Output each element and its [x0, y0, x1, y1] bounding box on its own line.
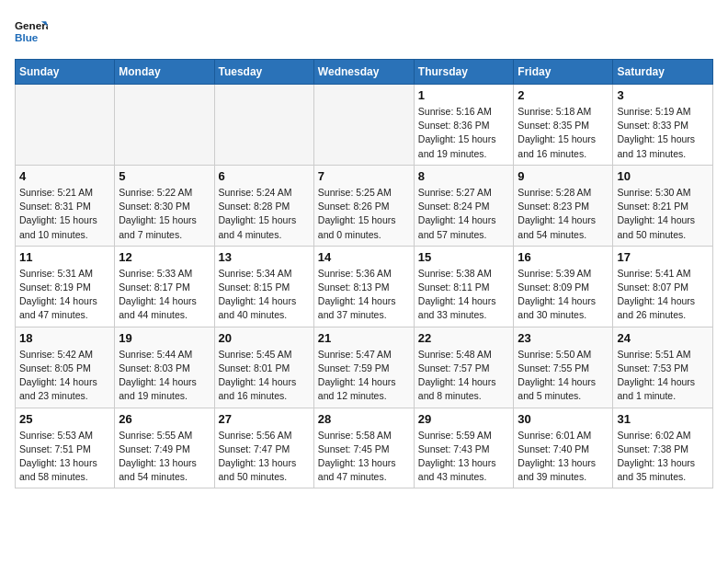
day-info: Sunrise: 5:19 AMSunset: 8:33 PMDaylight:…	[617, 105, 709, 161]
weekday-friday: Friday	[514, 60, 613, 85]
calendar-cell: 6Sunrise: 5:24 AMSunset: 8:28 PMDaylight…	[214, 165, 313, 246]
calendar-cell: 18Sunrise: 5:42 AMSunset: 8:05 PMDayligh…	[16, 327, 115, 408]
day-info: Sunrise: 5:47 AMSunset: 7:59 PMDaylight:…	[318, 348, 410, 404]
weekday-header-row: SundayMondayTuesdayWednesdayThursdayFrid…	[16, 60, 713, 85]
calendar-cell	[16, 85, 115, 166]
day-info: Sunrise: 5:58 AMSunset: 7:45 PMDaylight:…	[318, 429, 410, 485]
day-number: 24	[617, 331, 709, 345]
weekday-wednesday: Wednesday	[313, 60, 414, 85]
calendar-cell: 1Sunrise: 5:16 AMSunset: 8:36 PMDaylight…	[414, 85, 514, 166]
day-info: Sunrise: 5:16 AMSunset: 8:36 PMDaylight:…	[418, 105, 510, 161]
day-info: Sunrise: 5:44 AMSunset: 8:03 PMDaylight:…	[119, 348, 210, 404]
week-row-2: 4Sunrise: 5:21 AMSunset: 8:31 PMDaylight…	[16, 165, 713, 246]
day-number: 17	[617, 250, 709, 264]
day-info: Sunrise: 5:18 AMSunset: 8:35 PMDaylight:…	[518, 105, 609, 161]
calendar-cell: 9Sunrise: 5:28 AMSunset: 8:23 PMDaylight…	[514, 165, 613, 246]
day-info: Sunrise: 5:56 AMSunset: 7:47 PMDaylight:…	[219, 429, 310, 485]
day-info: Sunrise: 5:59 AMSunset: 7:43 PMDaylight:…	[418, 429, 510, 485]
day-number: 16	[518, 250, 609, 264]
day-info: Sunrise: 5:48 AMSunset: 7:57 PMDaylight:…	[418, 348, 510, 404]
calendar-cell: 26Sunrise: 5:55 AMSunset: 7:49 PMDayligh…	[115, 408, 214, 488]
calendar-cell: 24Sunrise: 5:51 AMSunset: 7:53 PMDayligh…	[613, 327, 713, 408]
calendar-cell: 23Sunrise: 5:50 AMSunset: 7:55 PMDayligh…	[514, 327, 613, 408]
day-number: 31	[617, 412, 709, 426]
week-row-3: 11Sunrise: 5:31 AMSunset: 8:19 PMDayligh…	[16, 246, 713, 327]
day-number: 3	[617, 88, 709, 102]
calendar-table: SundayMondayTuesdayWednesdayThursdayFrid…	[15, 59, 713, 488]
day-number: 9	[518, 169, 609, 183]
day-number: 6	[219, 169, 310, 183]
day-info: Sunrise: 5:39 AMSunset: 8:09 PMDaylight:…	[518, 267, 609, 323]
calendar-cell: 20Sunrise: 5:45 AMSunset: 8:01 PMDayligh…	[214, 327, 313, 408]
calendar-cell: 21Sunrise: 5:47 AMSunset: 7:59 PMDayligh…	[313, 327, 414, 408]
calendar-cell: 17Sunrise: 5:41 AMSunset: 8:07 PMDayligh…	[613, 246, 713, 327]
calendar-cell: 3Sunrise: 5:19 AMSunset: 8:33 PMDaylight…	[613, 85, 713, 166]
calendar-cell: 15Sunrise: 5:38 AMSunset: 8:11 PMDayligh…	[414, 246, 514, 327]
day-number: 20	[219, 331, 310, 345]
calendar-cell: 16Sunrise: 5:39 AMSunset: 8:09 PMDayligh…	[514, 246, 613, 327]
day-number: 21	[318, 331, 410, 345]
calendar-cell	[313, 85, 414, 166]
day-info: Sunrise: 5:34 AMSunset: 8:15 PMDaylight:…	[219, 267, 310, 323]
calendar-cell	[115, 85, 214, 166]
svg-text:Blue: Blue	[15, 31, 39, 43]
day-info: Sunrise: 5:28 AMSunset: 8:23 PMDaylight:…	[518, 186, 609, 242]
day-info: Sunrise: 5:33 AMSunset: 8:17 PMDaylight:…	[119, 267, 210, 323]
day-info: Sunrise: 5:22 AMSunset: 8:30 PMDaylight:…	[119, 186, 210, 242]
calendar-cell: 13Sunrise: 5:34 AMSunset: 8:15 PMDayligh…	[214, 246, 313, 327]
day-info: Sunrise: 5:31 AMSunset: 8:19 PMDaylight:…	[19, 267, 110, 323]
day-number: 4	[19, 169, 110, 183]
day-number: 14	[318, 250, 410, 264]
week-row-5: 25Sunrise: 5:53 AMSunset: 7:51 PMDayligh…	[16, 408, 713, 488]
calendar-cell: 14Sunrise: 5:36 AMSunset: 8:13 PMDayligh…	[313, 246, 414, 327]
day-number: 11	[19, 250, 110, 264]
calendar-cell: 8Sunrise: 5:27 AMSunset: 8:24 PMDaylight…	[414, 165, 514, 246]
weekday-thursday: Thursday	[414, 60, 514, 85]
day-number: 1	[418, 88, 510, 102]
day-number: 15	[418, 250, 510, 264]
day-info: Sunrise: 5:38 AMSunset: 8:11 PMDaylight:…	[418, 267, 510, 323]
calendar-cell: 10Sunrise: 5:30 AMSunset: 8:21 PMDayligh…	[613, 165, 713, 246]
day-info: Sunrise: 5:41 AMSunset: 8:07 PMDaylight:…	[617, 267, 709, 323]
calendar-cell: 31Sunrise: 6:02 AMSunset: 7:38 PMDayligh…	[613, 408, 713, 488]
day-info: Sunrise: 5:50 AMSunset: 7:55 PMDaylight:…	[518, 348, 609, 404]
day-info: Sunrise: 5:45 AMSunset: 8:01 PMDaylight:…	[219, 348, 310, 404]
day-info: Sunrise: 6:02 AMSunset: 7:38 PMDaylight:…	[617, 429, 709, 485]
day-info: Sunrise: 5:27 AMSunset: 8:24 PMDaylight:…	[418, 186, 510, 242]
day-info: Sunrise: 5:36 AMSunset: 8:13 PMDaylight:…	[318, 267, 410, 323]
day-number: 26	[119, 412, 210, 426]
calendar-cell: 4Sunrise: 5:21 AMSunset: 8:31 PMDaylight…	[16, 165, 115, 246]
calendar-cell: 2Sunrise: 5:18 AMSunset: 8:35 PMDaylight…	[514, 85, 613, 166]
week-row-1: 1Sunrise: 5:16 AMSunset: 8:36 PMDaylight…	[16, 85, 713, 166]
weekday-sunday: Sunday	[16, 60, 115, 85]
day-number: 23	[518, 331, 609, 345]
day-number: 25	[19, 412, 110, 426]
day-info: Sunrise: 5:42 AMSunset: 8:05 PMDaylight:…	[19, 348, 110, 404]
calendar-cell: 25Sunrise: 5:53 AMSunset: 7:51 PMDayligh…	[16, 408, 115, 488]
calendar-cell: 7Sunrise: 5:25 AMSunset: 8:26 PMDaylight…	[313, 165, 414, 246]
calendar-cell: 29Sunrise: 5:59 AMSunset: 7:43 PMDayligh…	[414, 408, 514, 488]
day-number: 27	[219, 412, 310, 426]
weekday-monday: Monday	[115, 60, 214, 85]
day-number: 12	[119, 250, 210, 264]
day-info: Sunrise: 5:53 AMSunset: 7:51 PMDaylight:…	[19, 429, 110, 485]
calendar-cell	[214, 85, 313, 166]
weekday-tuesday: Tuesday	[214, 60, 313, 85]
day-number: 29	[418, 412, 510, 426]
day-info: Sunrise: 5:30 AMSunset: 8:21 PMDaylight:…	[617, 186, 709, 242]
day-info: Sunrise: 5:25 AMSunset: 8:26 PMDaylight:…	[318, 186, 410, 242]
calendar-cell: 5Sunrise: 5:22 AMSunset: 8:30 PMDaylight…	[115, 165, 214, 246]
calendar-cell: 30Sunrise: 6:01 AMSunset: 7:40 PMDayligh…	[514, 408, 613, 488]
calendar-cell: 11Sunrise: 5:31 AMSunset: 8:19 PMDayligh…	[16, 246, 115, 327]
day-number: 8	[418, 169, 510, 183]
calendar-cell: 19Sunrise: 5:44 AMSunset: 8:03 PMDayligh…	[115, 327, 214, 408]
day-number: 5	[119, 169, 210, 183]
day-info: Sunrise: 5:51 AMSunset: 7:53 PMDaylight:…	[617, 348, 709, 404]
calendar-cell: 22Sunrise: 5:48 AMSunset: 7:57 PMDayligh…	[414, 327, 514, 408]
logo: General Blue	[15, 15, 48, 48]
day-number: 7	[318, 169, 410, 183]
weekday-saturday: Saturday	[613, 60, 713, 85]
day-number: 28	[318, 412, 410, 426]
day-info: Sunrise: 5:21 AMSunset: 8:31 PMDaylight:…	[19, 186, 110, 242]
day-number: 30	[518, 412, 609, 426]
